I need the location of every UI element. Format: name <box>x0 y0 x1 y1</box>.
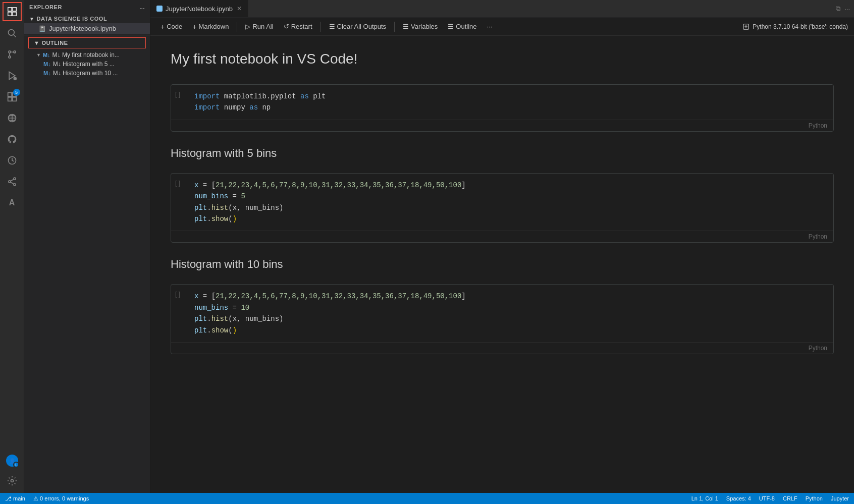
tab-actions-more[interactable]: ··· <box>844 5 850 13</box>
code-cell-2[interactable]: [ ] x = [21,22,23,4,5,6,77,8,9,10,31,32,… <box>171 173 834 243</box>
status-language[interactable]: Python <box>806 495 823 501</box>
activity-bar: 5 <box>0 0 24 493</box>
tab-notebook[interactable]: JupyterNotebook.ipynb ✕ <box>150 0 248 17</box>
status-errors[interactable]: ⚠ 0 errors, 0 warnings <box>33 495 89 502</box>
status-branch[interactable]: ⎇ main <box>5 495 25 502</box>
status-jupyter[interactable]: Jupyter <box>831 495 849 501</box>
cell-code-1[interactable]: import matplotlib.pyplot as plt import n… <box>186 85 833 120</box>
code-cell-1[interactable]: [ ] import matplotlib.pyplot as plt impo… <box>171 84 834 132</box>
variables-label: Variables <box>411 23 438 30</box>
project-name: DATA SCIENCE IS COOL <box>36 16 107 22</box>
add-markdown-button[interactable]: + Markdown <box>188 21 233 32</box>
section-heading-10bins: Histogram with 10 bins <box>171 253 834 276</box>
avatar: 👤 1 <box>6 455 18 467</box>
cell-code-3[interactable]: x = [21,22,23,4,5,6,77,8,9,10,31,32,33,3… <box>186 285 833 342</box>
svg-point-8 <box>8 56 10 58</box>
svg-point-10 <box>13 77 17 81</box>
timeline-icon[interactable] <box>2 150 22 171</box>
svg-rect-0 <box>8 8 11 11</box>
accounts-icon[interactable]: 👤 1 <box>2 451 22 471</box>
toolbar-more-icon: ··· <box>487 23 493 30</box>
explorer-icon[interactable] <box>3 2 22 21</box>
cell-bracket-1: [ ] <box>175 91 180 98</box>
restart-label: Restart <box>291 23 312 30</box>
status-eol[interactable]: CRLF <box>783 495 797 501</box>
outline-button[interactable]: ☰ Outline <box>444 21 481 32</box>
svg-rect-2 <box>8 12 11 16</box>
status-position[interactable]: Ln 1, Col 1 <box>691 495 718 501</box>
svg-point-17 <box>13 178 15 180</box>
svg-rect-3 <box>12 12 16 16</box>
file-name: JupyterNotebook.ipynb <box>49 25 116 32</box>
cell-footer-1: Python <box>171 120 833 131</box>
svg-line-5 <box>13 35 16 37</box>
explorer-section[interactable]: ▼ DATA SCIENCE IS COOL <box>24 14 150 23</box>
sidebar-header: EXPLORER ... <box>24 0 150 14</box>
accounts-badge: 1 <box>13 462 19 468</box>
restart-button[interactable]: ↺ Restart <box>280 21 316 32</box>
add-code-icon: + <box>161 23 165 31</box>
clear-outputs-icon: ☰ <box>329 23 335 30</box>
source-control-icon[interactable] <box>2 44 22 65</box>
cell-code-2[interactable]: x = [21,22,23,4,5,6,77,8,9,10,31,32,33,3… <box>186 174 833 231</box>
cell-footer-2: Python <box>171 231 833 242</box>
toolbar-sep-3 <box>394 22 395 32</box>
outline-btn-label: Outline <box>456 23 476 30</box>
notebook-title: My first notebook in VS Code! <box>171 46 834 72</box>
code-cell-3[interactable]: [ ] x = [21,22,23,4,5,6,77,8,9,10,31,32,… <box>171 284 834 354</box>
github-icon[interactable] <box>2 129 22 149</box>
outline-item-chevron-icon: ▼ <box>36 52 41 58</box>
run-all-button[interactable]: ▷ Run All <box>241 21 277 32</box>
add-code-button[interactable]: + Code <box>156 21 186 32</box>
svg-point-6 <box>8 51 10 53</box>
tab-close-icon[interactable]: ✕ <box>237 5 242 12</box>
outline-chevron-icon: ▼ <box>34 40 39 46</box>
kernel-selector[interactable]: Python 3.7.10 64-bit ('base': conda) <box>742 23 848 30</box>
editor-area: JupyterNotebook.ipynb ✕ ⧉ ··· + Code + M… <box>150 0 854 493</box>
svg-rect-11 <box>8 93 12 97</box>
toolbar-more-button[interactable]: ··· <box>483 21 497 32</box>
kernel-icon <box>742 23 750 30</box>
outline-item-label-2: M↓ Histogram with 10 ... <box>53 70 118 77</box>
tab-bar: JupyterNotebook.ipynb ✕ ⧉ ··· <box>150 0 854 18</box>
aml-icon[interactable]: A <box>2 193 22 213</box>
settings-icon[interactable] <box>2 471 22 491</box>
status-bar: ⎇ main ⚠ 0 errors, 0 warnings Ln 1, Col … <box>0 493 854 504</box>
extensions-icon[interactable]: 5 <box>2 87 22 107</box>
outline-item-label-1: M↓ Histogram with 5 ... <box>53 61 115 68</box>
outline-section: ▼ OUTLINE ▼ M↓ M↓ My first notebook in..… <box>24 35 150 78</box>
svg-point-19 <box>13 184 15 186</box>
tab-file-icon <box>156 6 163 12</box>
remote-icon[interactable] <box>2 108 22 128</box>
clear-outputs-button[interactable]: ☰ Clear All Outputs <box>325 21 391 32</box>
outline-title[interactable]: ▼ OUTLINE <box>28 37 146 48</box>
outline-item-0[interactable]: ▼ M↓ M↓ My first notebook in... <box>24 50 150 60</box>
sidebar-more[interactable]: ... <box>139 4 145 10</box>
status-spaces[interactable]: Spaces: 4 <box>726 495 751 501</box>
toolbar-sep-1 <box>237 22 237 32</box>
live-share-icon[interactable] <box>2 172 22 192</box>
variables-button[interactable]: ☰ Variables <box>399 21 442 32</box>
outline-icon: ☰ <box>448 23 454 30</box>
add-markdown-icon: + <box>192 23 196 31</box>
svg-rect-14 <box>12 97 16 101</box>
run-all-label: Run All <box>252 23 273 30</box>
file-item-notebook[interactable]: 📓 JupyterNotebook.ipynb <box>24 23 150 34</box>
search-icon[interactable] <box>2 23 22 43</box>
notebook-file-icon: 📓 <box>38 25 46 32</box>
outline-item-label-0: M↓ My first notebook in... <box>52 51 120 59</box>
clear-outputs-label: Clear All Outputs <box>337 23 387 30</box>
outline-item-2[interactable]: M↓ M↓ Histogram with 10 ... <box>24 69 150 78</box>
status-encoding[interactable]: UTF-8 <box>759 495 775 501</box>
markdown-icon-1: M↓ <box>43 61 51 67</box>
cell-bracket-2: [ ] <box>175 180 180 187</box>
chevron-down-icon: ▼ <box>29 16 34 22</box>
outline-label: OUTLINE <box>41 40 68 46</box>
outline-item-1[interactable]: M↓ M↓ Histogram with 5 ... <box>24 60 150 69</box>
cell-gutter-1: [ ] <box>171 85 186 120</box>
notebook-content[interactable]: My first notebook in VS Code! [ ] import… <box>150 36 854 493</box>
svg-rect-13 <box>8 97 12 101</box>
sidebar-title: EXPLORER <box>29 4 62 10</box>
split-editor-icon[interactable]: ⧉ <box>836 5 840 13</box>
run-debug-icon[interactable] <box>2 66 22 86</box>
